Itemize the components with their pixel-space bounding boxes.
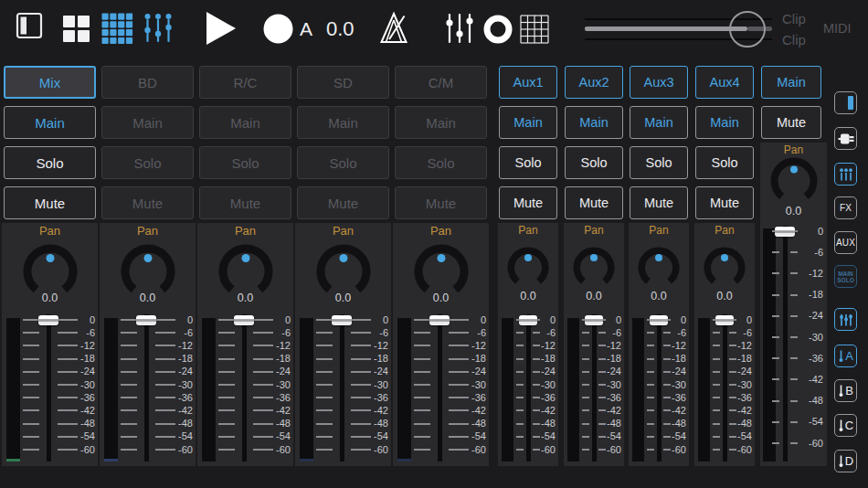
aux1-mute-button[interactable]: Mute	[499, 186, 557, 219]
aux3-pan-knob[interactable]	[638, 247, 680, 289]
aux2-fader-track	[592, 314, 597, 461]
db-tick	[218, 319, 235, 321]
rc-fader-handle[interactable]	[234, 315, 254, 325]
faders-view-button[interactable]	[834, 308, 857, 331]
main-pan-knob[interactable]	[770, 157, 818, 205]
aux4-main-button[interactable]: Main	[695, 106, 754, 139]
sd-solo-button[interactable]: Solo	[297, 146, 389, 179]
sd-mute-button[interactable]: Mute	[297, 186, 389, 219]
aux4-pan-knob[interactable]	[704, 247, 746, 289]
aux2-solo-button[interactable]: Solo	[565, 146, 623, 179]
mix-mute-button[interactable]: Mute	[4, 186, 96, 219]
mix-pan-knob[interactable]	[23, 244, 78, 299]
sd-level-meter	[300, 318, 313, 461]
bd-name-button[interactable]: BD	[101, 66, 194, 99]
aux4-mute-button[interactable]: Mute	[695, 186, 754, 219]
aux2-name-button[interactable]: Aux2	[565, 66, 623, 99]
sd-fader-handle[interactable]	[332, 315, 352, 325]
db-scale-label: -36	[69, 392, 95, 404]
db-tick	[713, 397, 720, 398]
db-tick	[790, 357, 798, 359]
faders-icon	[839, 313, 853, 327]
db-scale-label: -24	[363, 366, 388, 377]
db-scale-label: -42	[167, 405, 193, 417]
bd-main-button[interactable]: Main	[101, 106, 194, 139]
aux3-fader-handle[interactable]	[650, 315, 668, 325]
connections-button[interactable]	[834, 127, 857, 150]
sd-name-button[interactable]: SD	[297, 66, 389, 99]
db-tick	[316, 397, 333, 398]
db-scale-label: 0	[167, 314, 193, 326]
sd-pan-knob[interactable]	[316, 244, 371, 299]
aux3-level-meter	[632, 318, 644, 461]
aux3-mute-button[interactable]: Mute	[630, 186, 688, 219]
right-panel-toggle-button[interactable]	[834, 91, 857, 114]
db-scale-label: -42	[664, 405, 686, 417]
db-tick	[316, 449, 333, 451]
db-tick	[23, 332, 39, 334]
aux4-name-button[interactable]: Aux4	[695, 66, 754, 99]
sd-main-button[interactable]: Main	[297, 106, 389, 139]
aux2-mute-button[interactable]: Mute	[565, 186, 623, 219]
aux3-solo-button[interactable]: Solo	[630, 146, 688, 179]
mix-main-button[interactable]: Main	[4, 106, 96, 139]
aux4-fader-handle[interactable]	[715, 315, 734, 325]
aux3-main-button[interactable]: Main	[630, 106, 688, 139]
aux1-pan-knob[interactable]	[507, 247, 549, 289]
main-mute-button[interactable]: Mute	[761, 106, 821, 139]
aux4-solo-button[interactable]: Solo	[695, 146, 754, 179]
aux1-solo-button[interactable]: Solo	[499, 146, 557, 179]
db-scale-label: -24	[730, 366, 752, 377]
db-scale-label: -6	[730, 327, 752, 339]
aux2-fader-handle[interactable]	[585, 315, 603, 325]
bd-mute-button[interactable]: Mute	[101, 186, 194, 219]
main-solo-button[interactable]: MAINSOLO	[834, 265, 857, 288]
db-scale-label: -18	[167, 353, 193, 365]
aux-button[interactable]: AUX	[834, 231, 857, 254]
db-tick	[23, 449, 39, 451]
rc-name-button[interactable]: R/C	[199, 66, 291, 99]
rc-solo-button[interactable]: Solo	[199, 146, 291, 179]
aux1-name-button[interactable]: Aux1	[499, 66, 557, 99]
cm-mute-button[interactable]: Mute	[395, 186, 487, 219]
db-scale-label: -48	[730, 418, 752, 430]
rc-mute-button[interactable]: Mute	[199, 186, 291, 219]
aux1-main-button[interactable]: Main	[499, 106, 557, 139]
bd-level-meter	[104, 318, 118, 461]
main-name-button[interactable]: Main	[761, 66, 821, 99]
db-scale-label: -60	[730, 444, 752, 456]
rc-fader-panel: Pan0.00-6-12-18-24-30-36-42-48-54-60	[197, 223, 293, 466]
main-fader-handle[interactable]	[775, 227, 795, 237]
aux1-fader-handle[interactable]	[519, 315, 537, 325]
aux3-name-button[interactable]: Aux3	[630, 66, 688, 99]
mix-fader-panel: Pan0.00-6-12-18-24-30-36-42-48-54-60	[2, 223, 98, 466]
fader-glyph-icon	[838, 454, 844, 468]
cm-fader-handle[interactable]	[429, 315, 450, 325]
mix-name-button[interactable]: Mix	[4, 66, 96, 99]
cm-solo-button[interactable]: Solo	[395, 146, 487, 179]
bd-pan-knob[interactable]	[121, 244, 175, 299]
mix-fader-handle[interactable]	[38, 315, 58, 325]
db-tick	[790, 251, 798, 253]
db-tick	[316, 332, 333, 334]
scene-a-button[interactable]: A	[834, 345, 857, 367]
aux2-main-button[interactable]: Main	[565, 106, 623, 139]
bd-solo-button[interactable]: Solo	[101, 146, 194, 179]
fx-button[interactable]: FX	[834, 196, 857, 219]
rc-pan-knob[interactable]	[218, 244, 273, 299]
mixer-view-button[interactable]	[834, 163, 857, 186]
rc-main-button[interactable]: Main	[199, 106, 291, 139]
scene-c-button[interactable]: C	[834, 414, 857, 437]
scene-d-button[interactable]: D	[834, 450, 857, 472]
mix-solo-button[interactable]: Solo	[4, 146, 96, 179]
cm-name-button[interactable]: C/M	[395, 66, 487, 99]
db-tick	[121, 384, 137, 386]
db-scale-label: -12	[599, 340, 621, 352]
scene-b-button[interactable]: B	[834, 379, 857, 402]
bd-fader-handle[interactable]	[136, 315, 156, 325]
cm-main-button[interactable]: Main	[395, 106, 487, 139]
db-tick	[121, 449, 137, 451]
cm-pan-knob[interactable]	[414, 244, 469, 299]
midi-button[interactable]: MIDI	[823, 21, 852, 36]
aux2-pan-knob[interactable]	[573, 247, 615, 289]
